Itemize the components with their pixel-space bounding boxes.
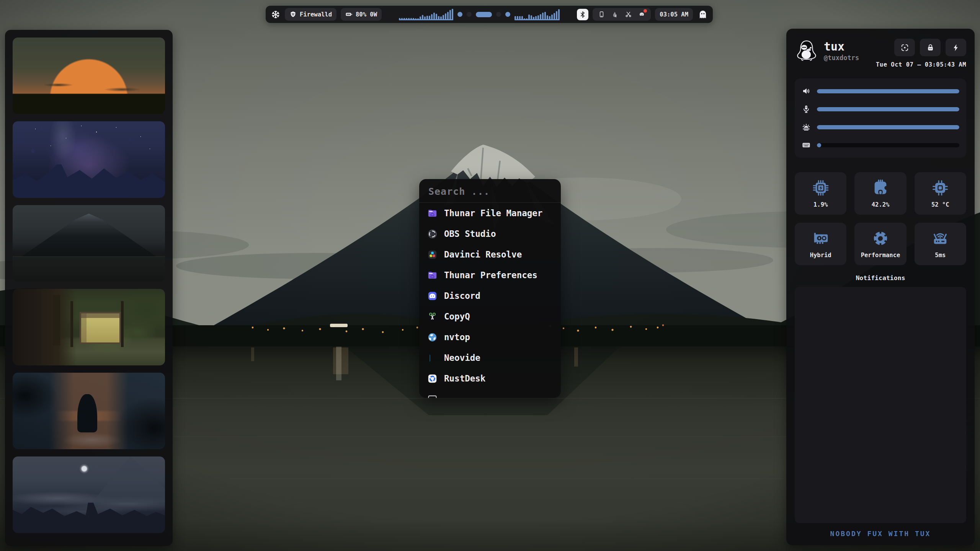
workspace-occupied[interactable] bbox=[457, 12, 462, 17]
firewalld-label: Firewalld bbox=[300, 11, 332, 18]
notification-badge bbox=[644, 9, 647, 13]
temp-icon bbox=[931, 179, 949, 197]
launcher-item[interactable]: Thunar File Manager bbox=[419, 203, 561, 223]
wallpaper-thumbnail-fuji-night[interactable] bbox=[13, 205, 165, 282]
audio-visualizer-left bbox=[399, 9, 453, 20]
shield-icon bbox=[289, 11, 297, 18]
volume-slider[interactable] bbox=[817, 89, 959, 93]
keyboard-slider-row bbox=[802, 140, 959, 150]
stat-value: 1.9% bbox=[813, 201, 828, 208]
launcher-item[interactable]: OBS Studio bbox=[419, 223, 561, 244]
copyq-icon bbox=[427, 311, 438, 322]
penguin-avatar bbox=[795, 39, 818, 63]
wallpaper-thumbnail-japanese-garden[interactable] bbox=[13, 289, 165, 365]
launcher-item[interactable]: nvtop bbox=[419, 327, 561, 347]
app-list: Thunar File Manager OBS Studio Davinci R… bbox=[419, 203, 561, 398]
microphone-icon bbox=[802, 104, 811, 114]
launcher-item[interactable]: Discord bbox=[419, 285, 561, 306]
launcher-menu-button[interactable] bbox=[271, 10, 281, 20]
app-label: OBS Studio bbox=[444, 229, 496, 239]
gauge-icon bbox=[872, 230, 889, 247]
viz-bar bbox=[429, 16, 430, 19]
wallpaper-thumbnail-misty-moon[interactable] bbox=[13, 456, 165, 533]
workspace-empty[interactable] bbox=[467, 12, 472, 17]
stat-card-temp[interactable]: 52 °C bbox=[915, 172, 966, 215]
stat-value: 5ms bbox=[935, 252, 946, 259]
brightness-slider[interactable] bbox=[817, 125, 959, 129]
viz-bar bbox=[547, 15, 548, 19]
microphone-slider[interactable] bbox=[817, 107, 959, 111]
scissors-tray-item[interactable] bbox=[625, 11, 632, 18]
workspace-occupied[interactable] bbox=[505, 12, 510, 17]
app-icon bbox=[427, 353, 438, 363]
launcher-item[interactable]: Neovide bbox=[419, 347, 561, 368]
launcher-item[interactable]: Thunar Preferences bbox=[419, 265, 561, 285]
firewalld-button[interactable]: Firewalld bbox=[285, 8, 336, 21]
launcher-item[interactable]: RustDesk bbox=[419, 368, 561, 389]
viz-bar bbox=[433, 13, 435, 19]
microphone-icon bbox=[802, 104, 811, 114]
discord-tray-tray-item[interactable] bbox=[638, 11, 645, 18]
phone-tray-item[interactable] bbox=[598, 11, 605, 18]
viz-bar bbox=[443, 15, 444, 19]
gauge-icon bbox=[872, 230, 889, 247]
keyboard-icon bbox=[802, 140, 811, 150]
clock-label: 03:05 AM bbox=[660, 11, 688, 18]
top-bar-left-group: Firewalld 80% 0W bbox=[271, 8, 382, 21]
wallpaper-thumbnail-bedroom-dusk[interactable] bbox=[13, 373, 165, 449]
user-name: tux bbox=[824, 40, 859, 53]
app-icon bbox=[427, 208, 438, 218]
ghost-icon bbox=[698, 10, 708, 20]
stat-card-gpu[interactable]: Hybrid bbox=[795, 223, 846, 265]
viz-bar bbox=[521, 16, 523, 19]
app-label: RustDesk bbox=[444, 373, 485, 383]
app-label: CopyQ bbox=[444, 311, 470, 321]
wallpaper-thumbnail-sunset-bench[interactable] bbox=[13, 37, 165, 114]
slider-fill bbox=[817, 125, 959, 129]
launcher-search-input[interactable] bbox=[428, 186, 552, 197]
viz-bar bbox=[399, 18, 400, 19]
battery-widget[interactable]: 80% 0W bbox=[341, 8, 382, 21]
davinci-icon bbox=[427, 249, 438, 260]
viz-bar bbox=[413, 18, 414, 19]
panel-header-right: Tue Oct 07 – 03:05:43 AM bbox=[876, 39, 966, 68]
wallpaper-thumbnail-night-castle[interactable] bbox=[13, 121, 165, 198]
stat-card-gauge[interactable]: Performance bbox=[854, 223, 906, 265]
app-icon bbox=[427, 311, 438, 322]
launcher-item[interactable] bbox=[419, 389, 561, 398]
launcher-item[interactable]: Davinci Resolve bbox=[419, 244, 561, 265]
viz-bar bbox=[551, 15, 553, 19]
viz-bar bbox=[401, 18, 403, 19]
keyboard-slider[interactable] bbox=[817, 143, 959, 147]
bolt-button[interactable] bbox=[946, 39, 966, 56]
workspace-empty[interactable] bbox=[496, 12, 501, 17]
lock-button[interactable] bbox=[920, 39, 941, 56]
stat-card-router[interactable]: 5ms bbox=[915, 223, 966, 265]
viz-bar bbox=[445, 13, 446, 19]
viz-bar bbox=[440, 16, 442, 19]
flame-tray-item[interactable] bbox=[611, 11, 619, 18]
viz-bar bbox=[410, 18, 412, 19]
launcher-item[interactable]: CopyQ bbox=[419, 306, 561, 327]
slider-fill bbox=[817, 143, 821, 147]
notifications-title: Notifications bbox=[795, 274, 966, 282]
ghost-icon[interactable] bbox=[698, 10, 708, 20]
workspace-active[interactable] bbox=[476, 12, 492, 17]
cpu-icon bbox=[812, 179, 830, 197]
bluetooth-button[interactable] bbox=[577, 9, 588, 20]
viz-bar bbox=[452, 9, 453, 19]
scissors-icon bbox=[625, 11, 632, 18]
viz-bar bbox=[528, 15, 530, 19]
viz-bar bbox=[514, 16, 516, 19]
clock-widget[interactable]: 03:05 AM bbox=[655, 8, 693, 21]
top-bar: Firewalld 80% 0W 03:05 AM bbox=[266, 6, 713, 23]
top-bar-right-group: 03:05 AM bbox=[577, 8, 708, 21]
brightness-icon bbox=[802, 122, 811, 132]
neovide-icon bbox=[427, 353, 438, 363]
stat-card-ram[interactable]: 42.2% bbox=[854, 172, 906, 215]
stat-card-cpu[interactable]: 1.9% bbox=[795, 172, 846, 215]
slider-fill bbox=[817, 107, 959, 111]
quick-actions bbox=[894, 39, 966, 56]
record-button[interactable] bbox=[894, 39, 915, 56]
app-icon bbox=[427, 270, 438, 280]
